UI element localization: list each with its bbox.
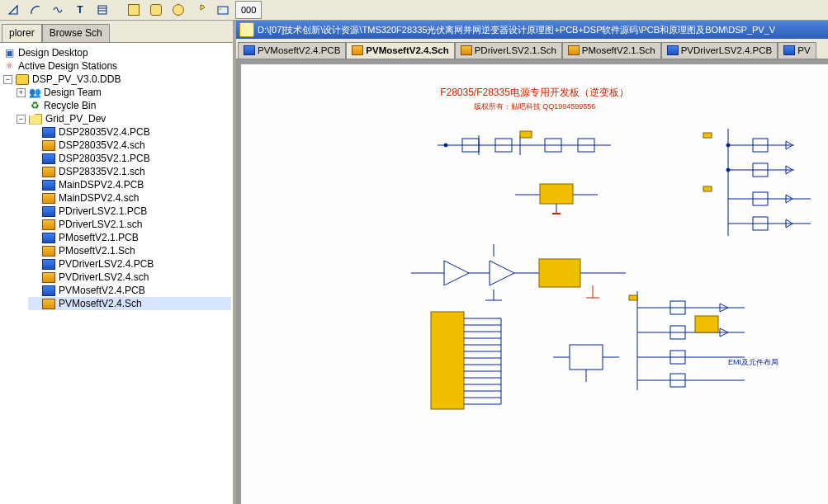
tab-label: PVMoseftV2.4.Sch: [366, 45, 448, 55]
desktop-icon: ▣: [3, 47, 15, 59]
svg-rect-31: [703, 186, 712, 191]
tool-pie-icon[interactable]: [191, 1, 211, 19]
doc-tab[interactable]: PVDriverLSV2.4.PCB: [661, 42, 778, 59]
tree-file[interactable]: PVDriverLSV2.4.PCB: [28, 257, 231, 271]
svg-rect-0: [98, 6, 106, 14]
schematic-title: F28035/F28335电源专用开发板（逆变板）: [241, 86, 828, 100]
canvas-container: F28035/F28335电源专用开发板（逆变板） 版权所有：贴吧科技 QQ19…: [236, 59, 828, 504]
tool-roundrect-icon[interactable]: [146, 1, 166, 19]
expand-icon[interactable]: −: [3, 75, 12, 84]
tool-sine-icon[interactable]: [48, 1, 68, 19]
svg-rect-42: [431, 312, 464, 409]
tree-file[interactable]: PMoseftV2.1.PCB: [28, 231, 231, 244]
ddb-icon: [16, 74, 29, 85]
tree-root[interactable]: ▣ Design Desktop: [2, 46, 231, 59]
tree-file[interactable]: PVMoseftV2.4.Sch: [28, 297, 231, 310]
schematic-note: EMI及元件布局: [728, 357, 778, 368]
document-tab-strip: PVMoseftV2.4.PCBPVMoseftV2.4.SchPDriverL…: [236, 39, 828, 59]
pcb-icon: [783, 45, 795, 55]
sch-icon: [42, 272, 55, 283]
tree-file[interactable]: DSP28335V2.1.sch: [28, 165, 231, 178]
schematic-canvas[interactable]: F28035/F28335电源专用开发板（逆变板） 版权所有：贴吧科技 QQ19…: [241, 64, 828, 504]
tab-explorer[interactable]: plorer: [2, 24, 42, 42]
svg-rect-69: [570, 345, 603, 370]
tool-text-icon[interactable]: T: [70, 1, 90, 19]
sch-icon: [42, 167, 55, 177]
tree-ddb[interactable]: − DSP_PV_V3.0.DDB: [2, 73, 231, 86]
tree-file[interactable]: PVMoseftV2.4.PCB: [28, 284, 231, 297]
tree-team[interactable]: + 👥 Design Team: [15, 86, 231, 99]
doc-tab[interactable]: PV: [778, 42, 816, 59]
doc-tab[interactable]: PDriverLSV2.1.Sch: [455, 42, 562, 59]
tool-triangle-icon[interactable]: [3, 1, 23, 19]
team-icon: 👥: [29, 87, 40, 98]
sch-block-mid: [553, 337, 619, 389]
tree-file[interactable]: DSP28035V2.4.sch: [28, 139, 231, 152]
doc-tab[interactable]: PMoseftV2.1.Sch: [562, 42, 661, 59]
left-panel: plorer Browse Sch ▣ Design Desktop ⚛ Act…: [0, 21, 236, 504]
tree-label: DSP28035V2.4.sch: [59, 139, 145, 151]
svg-rect-3: [218, 7, 228, 14]
document-title-bar: D:\[07]技术创新\设计资源\TMS320F28335光伏离网并网逆变器设计…: [236, 21, 828, 39]
tree-file[interactable]: PDriverLSV2.1.sch: [28, 218, 231, 231]
doc-tab[interactable]: PVMoseftV2.4.Sch: [346, 42, 454, 59]
pcb-icon: [42, 153, 55, 164]
project-tree[interactable]: ▣ Design Desktop ⚛ Active Design Station…: [0, 42, 233, 504]
sch-block-driver2: [629, 291, 769, 393]
doc-tab[interactable]: PVMoseftV2.4.PCB: [238, 42, 346, 59]
expand-icon[interactable]: +: [17, 88, 26, 97]
tab-label: PDriverLSV2.1.Sch: [475, 45, 556, 55]
tree-label: PDriverLSV2.1.PCB: [59, 205, 147, 217]
tree-recycle[interactable]: ♻ Recycle Bin: [15, 99, 231, 112]
tool-image-icon[interactable]: [213, 1, 233, 19]
expand-icon[interactable]: −: [17, 115, 26, 124]
tree-label: Grid_PV_Dev: [45, 113, 106, 125]
tree-label: PVMoseftV2.4.PCB: [59, 285, 145, 296]
tab-label: PVDriverLSV2.4.PCB: [681, 45, 773, 55]
tree-file[interactable]: PVDriverLSV2.4.sch: [28, 271, 231, 284]
tree-project[interactable]: − Grid_PV_Dev: [15, 112, 231, 125]
svg-point-12: [444, 144, 447, 147]
tree-file[interactable]: DSP28035V2.4.PCB: [28, 125, 231, 139]
tool-array-button[interactable]: 000: [235, 1, 262, 19]
svg-point-4: [220, 8, 221, 10]
pcb-icon: [244, 45, 255, 55]
tree-label: PDriverLSV2.1.sch: [59, 219, 142, 230]
recycle-icon: ♻: [29, 100, 40, 111]
tree-file[interactable]: MainDSPV2.4.sch: [28, 191, 231, 205]
pcb-icon: [42, 180, 55, 191]
tree-file[interactable]: DSP28035V2.1.PCB: [28, 152, 231, 165]
tree-stations[interactable]: ⚛ Active Design Stations: [2, 59, 231, 73]
tree-file[interactable]: PMoseftV2.1.Sch: [28, 244, 231, 257]
tree-label: Design Team: [44, 87, 102, 98]
sch-block-power1: [438, 129, 611, 166]
tab-browse-sch[interactable]: Browse Sch: [42, 24, 110, 42]
svg-rect-67: [695, 316, 718, 332]
sch-icon: [42, 219, 55, 230]
svg-rect-39: [539, 259, 580, 287]
sch-icon: [42, 246, 55, 257]
sch-icon: [42, 140, 55, 151]
sch-block-reg: [515, 174, 598, 218]
tree-file[interactable]: PDriverLSV2.1.PCB: [28, 205, 231, 218]
doc-icon: [239, 22, 254, 37]
svg-rect-17: [540, 184, 573, 204]
tool-ellipse-icon[interactable]: [168, 1, 188, 19]
tree-label: DSP28035V2.1.PCB: [59, 153, 150, 164]
pcb-icon: [42, 127, 55, 138]
tool-arc-icon[interactable]: [26, 1, 45, 19]
tab-label: PMoseftV2.1.Sch: [582, 45, 655, 55]
stations-icon: ⚛: [3, 60, 15, 72]
tree-label: Design Desktop: [18, 47, 88, 59]
pcb-icon: [42, 233, 55, 243]
tree-label: DSP28335V2.1.sch: [59, 166, 145, 177]
sch-icon: [461, 45, 472, 55]
tree-file[interactable]: MainDSPV2.4.PCB: [28, 178, 231, 191]
tree-label: Active Design Stations: [18, 60, 117, 72]
tree-label: DSP28035V2.4.PCB: [59, 126, 150, 138]
workspace: D:\[07]技术创新\设计资源\TMS320F28335光伏离网并网逆变器设计…: [236, 21, 828, 504]
tool-frame-icon[interactable]: [92, 1, 112, 19]
tree-label: PVMoseftV2.4.Sch: [59, 298, 142, 309]
tool-rect-icon[interactable]: [124, 1, 144, 19]
sch-block-opamp: [411, 244, 626, 304]
